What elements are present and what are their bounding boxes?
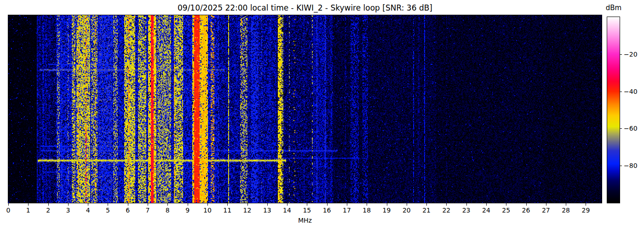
waterfall-canvas [8,15,602,203]
colorbar-canvas [607,17,620,203]
x-tick-mark [407,203,407,206]
x-tick-label: 15 [303,207,311,213]
x-tick-mark [247,203,248,206]
x-tick-mark [307,203,307,206]
x-tick-mark [167,203,168,206]
x-tick-label: 22 [442,207,450,213]
colorbar-tick-mark [620,54,622,55]
x-tick-label: 16 [323,207,331,213]
x-tick-mark [546,203,546,206]
x-tick-mark [327,203,328,206]
colorbar-tick-mark [620,166,622,166]
x-tick-label: 12 [243,207,252,213]
x-tick-mark [207,203,208,206]
x-tick-mark [68,203,69,206]
x-tick-label: 8 [166,207,170,213]
x-tick-label: 3 [66,207,70,213]
colorbar-tick-label: −20 [624,51,638,58]
x-tick-label: 19 [383,207,391,213]
x-tick-mark [8,203,9,206]
x-tick-label: 10 [203,207,212,213]
x-tick-mark [287,203,288,206]
x-tick-label: 23 [462,207,471,213]
x-tick-label: 29 [581,207,590,213]
x-tick-label: 28 [562,207,570,213]
x-tick-mark [148,203,148,206]
x-tick-mark [506,203,506,206]
x-tick-label: 4 [86,207,90,213]
x-tick-mark [188,203,188,206]
x-tick-mark [446,203,447,206]
x-tick-mark [387,203,387,206]
x-tick-label: 1 [26,207,30,213]
x-tick-mark [128,203,128,206]
x-tick-label: 20 [402,207,411,213]
x-tick-mark [486,203,487,206]
x-tick-label: 14 [283,207,291,213]
colorbar-tick-label: −80 [624,162,638,169]
x-tick-label: 9 [185,207,190,213]
x-tick-label: 13 [263,207,271,213]
x-tick-label: 18 [362,207,371,213]
x-axis-label: MHz [8,217,602,224]
x-tick-mark [227,203,228,206]
spectrogram-figure: 09/10/2025 22:00 local time - KIWI_2 - S… [0,0,644,230]
x-tick-mark [426,203,427,206]
colorbar-unit-label: dBm [603,4,624,12]
x-tick-label: 0 [6,207,11,213]
colorbar-tick-label: −40 [624,88,638,95]
x-tick-mark [267,203,268,206]
x-tick-label: 11 [223,207,231,213]
x-tick-label: 24 [482,207,490,213]
colorbar-tick-mark [620,128,622,129]
x-tick-mark [347,203,347,206]
x-tick-label: 5 [106,207,110,213]
x-tick-label: 21 [422,207,431,213]
chart-title: 09/10/2025 22:00 local time - KIWI_2 - S… [8,3,602,12]
colorbar-tick-label: −60 [624,125,638,132]
x-tick-label: 25 [502,207,510,213]
x-tick-mark [88,203,88,206]
x-tick-label: 7 [146,207,150,213]
colorbar-tick-mark [620,92,622,92]
x-tick-mark [526,203,527,206]
x-tick-mark [367,203,367,206]
x-tick-label: 17 [343,207,351,213]
x-tick-mark [28,203,29,206]
x-tick-mark [586,203,586,206]
x-tick-mark [566,203,566,206]
x-tick-mark [108,203,108,206]
x-tick-label: 6 [126,207,130,213]
x-tick-label: 26 [522,207,530,213]
x-tick-mark [48,203,49,206]
x-tick-label: 2 [46,207,50,213]
x-tick-mark [466,203,467,206]
x-tick-label: 27 [542,207,550,213]
